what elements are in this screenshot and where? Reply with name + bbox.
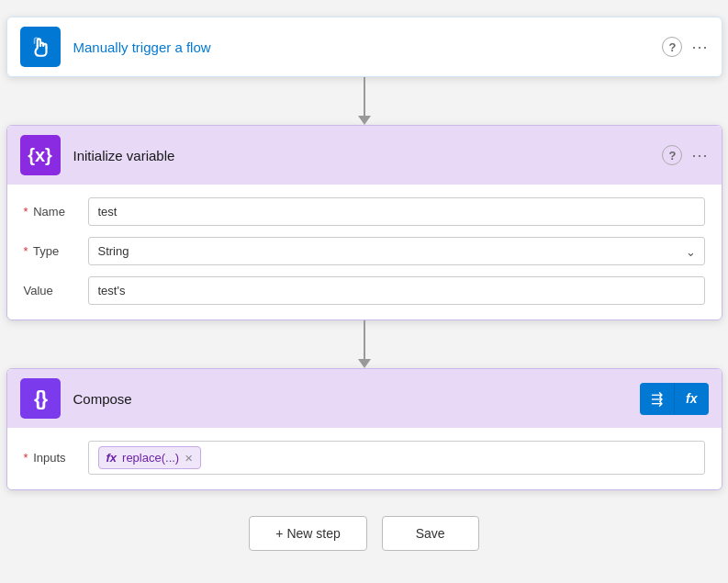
name-label: * Name	[24, 205, 88, 219]
compose-title: Compose	[73, 391, 628, 407]
init-more-button[interactable]: ···	[691, 146, 708, 165]
chip-close-button[interactable]: ×	[185, 451, 193, 465]
bottom-actions: + New step Save	[249, 516, 478, 551]
init-header: {x} Initialize variable ? ···	[7, 126, 722, 185]
trigger-icon	[20, 27, 61, 67]
flow-canvas: Manually trigger a flow ? ··· {x} Initia…	[6, 17, 722, 551]
inputs-field-row: * Inputs fx replace(...) ×	[24, 441, 705, 475]
compose-wave-button[interactable]: ⇶	[640, 383, 675, 415]
compose-action-buttons: ⇶ fx	[640, 383, 708, 415]
inputs-chip-field[interactable]: fx replace(...) ×	[88, 441, 705, 475]
compose-body: * Inputs fx replace(...) ×	[7, 428, 722, 489]
name-field-row: * Name	[24, 197, 705, 226]
wave-icon: ⇶	[651, 390, 663, 408]
inputs-label: * Inputs	[24, 451, 88, 465]
expression-fx-icon: fx	[106, 451, 118, 465]
arrow-line-2	[364, 320, 365, 359]
type-select-wrapper: String Integer Float Boolean Object Arra…	[88, 237, 705, 265]
compose-card: {} Compose ⇶ fx * Inputs fx	[6, 368, 722, 490]
arrow-line-1	[364, 77, 365, 116]
trigger-actions: ? ···	[662, 37, 708, 57]
compose-header: {} Compose ⇶ fx	[7, 369, 722, 428]
trigger-help-icon[interactable]: ?	[662, 37, 682, 57]
init-variable-card: {x} Initialize variable ? ··· * Name *	[6, 125, 722, 320]
expression-chip: fx replace(...) ×	[98, 446, 201, 469]
save-button[interactable]: Save	[382, 516, 479, 551]
type-label: * Type	[24, 244, 88, 258]
init-title: Initialize variable	[73, 148, 650, 163]
trigger-card: Manually trigger a flow ? ···	[6, 17, 722, 77]
init-help-icon[interactable]: ?	[662, 145, 682, 165]
new-step-button[interactable]: + New step	[249, 516, 366, 551]
type-select[interactable]: String Integer Float Boolean Object Arra…	[88, 237, 705, 265]
type-field-row: * Type String Integer Float Boolean Obje…	[24, 237, 705, 265]
trigger-title: Manually trigger a flow	[73, 39, 650, 55]
fx-icon: fx	[686, 391, 697, 406]
expression-text: replace(...)	[122, 451, 179, 465]
init-icon: {x}	[20, 135, 61, 175]
name-input[interactable]	[88, 197, 705, 226]
compose-fx-button[interactable]: fx	[675, 383, 708, 415]
trigger-header: Manually trigger a flow ? ···	[7, 17, 722, 76]
arrow-head-2	[358, 359, 371, 368]
init-actions: ? ···	[662, 145, 708, 165]
arrow-1	[358, 77, 371, 125]
init-body: * Name * Type String Integer Float Boole…	[7, 185, 722, 320]
value-label: Value	[24, 284, 88, 297]
arrow-2	[358, 320, 371, 368]
value-input[interactable]	[88, 276, 705, 305]
trigger-more-button[interactable]: ···	[691, 38, 708, 57]
compose-icon: {}	[20, 378, 61, 419]
value-field-row: Value	[24, 276, 705, 305]
arrow-head-1	[358, 116, 371, 125]
